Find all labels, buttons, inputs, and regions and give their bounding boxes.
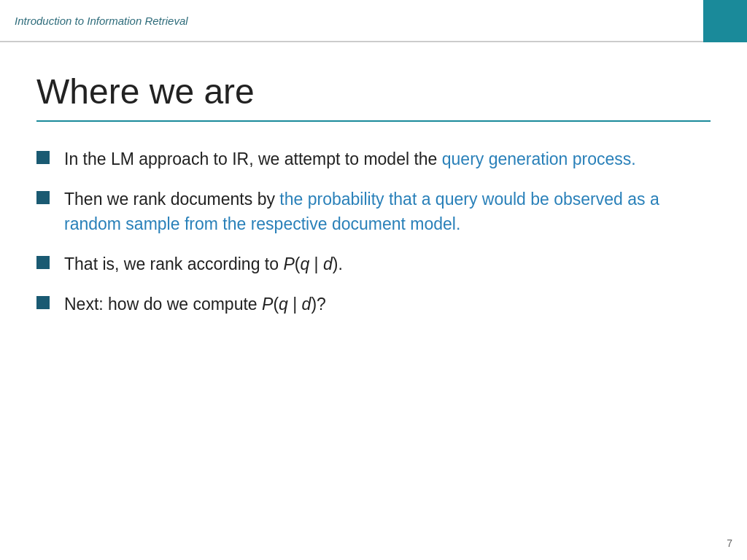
header-accent	[703, 0, 747, 42]
bullet-list: In the LM approach to IR, we attempt to …	[36, 147, 711, 317]
bullet-item-1: In the LM approach to IR, we attempt to …	[36, 147, 711, 171]
math-q-2: q	[279, 295, 288, 314]
math-d-1: d	[323, 254, 333, 273]
header-title-area: Introduction to Information Retrieval	[0, 0, 703, 42]
math-expression-1: P	[283, 254, 294, 273]
math-expression-2: P	[262, 295, 273, 314]
header-title: Introduction to Information Retrieval	[15, 15, 188, 27]
page-number: 7	[727, 537, 732, 549]
slide-title: Where we are	[36, 71, 711, 122]
math-d-2: d	[302, 295, 311, 314]
bullet-text-1: In the LM approach to IR, we attempt to …	[64, 147, 711, 171]
bullet-marker-1	[36, 151, 50, 164]
header-bar: Introduction to Information Retrieval	[0, 0, 747, 42]
bullet-marker-3	[36, 256, 50, 269]
highlight-1: query generation process.	[442, 149, 636, 168]
bullet-marker-4	[36, 296, 50, 309]
bullet-item-4: Next: how do we compute P(q | d)?	[36, 292, 711, 316]
content-area: In the LM approach to IR, we attempt to …	[36, 147, 711, 317]
bullet-item-3: That is, we rank according to P(q | d).	[36, 252, 711, 276]
bullet-text-2: Then we rank documents by the probabilit…	[64, 187, 711, 236]
bullet-marker-2	[36, 191, 50, 204]
bullet-text-4: Next: how do we compute P(q | d)?	[64, 292, 711, 316]
bullet-text-3: That is, we rank according to P(q | d).	[64, 252, 711, 276]
bullet-item-2: Then we rank documents by the probabilit…	[36, 187, 711, 236]
math-q-1: q	[300, 254, 309, 273]
highlight-2: the probability that a query would be ob…	[64, 190, 659, 233]
